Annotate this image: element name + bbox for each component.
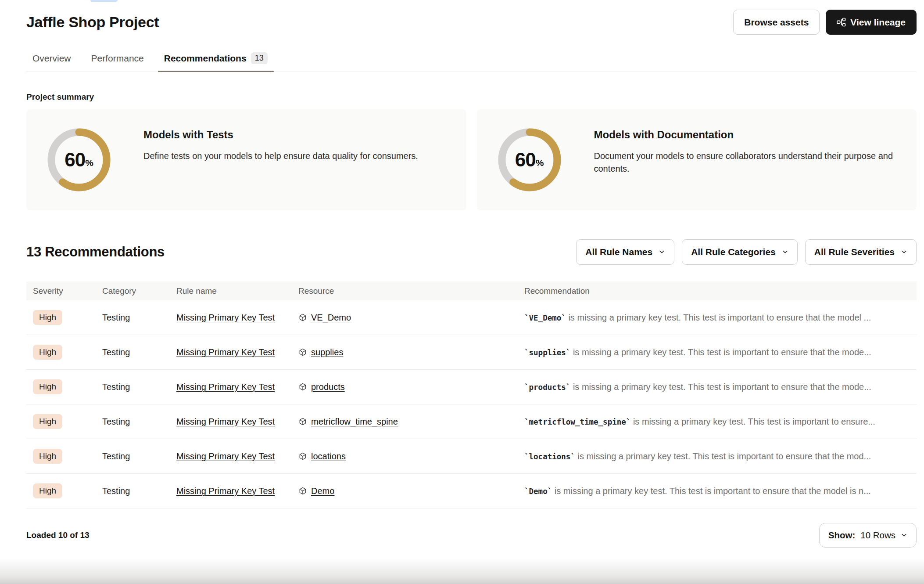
severity-badge: High <box>33 310 62 325</box>
tab-recommendations[interactable]: Recommendations 13 <box>158 52 274 72</box>
recommendation-cell: `supplies` is missing a primary key test… <box>524 347 917 357</box>
models-with-tests-card: 60 % Models with Tests Define tests on y… <box>26 109 466 210</box>
show-label: Show: <box>828 530 856 541</box>
model-cube-icon <box>298 382 307 391</box>
tab-performance[interactable]: Performance <box>85 52 150 72</box>
model-cube-icon <box>298 348 307 357</box>
browse-assets-button[interactable]: Browse assets <box>733 10 820 35</box>
col-resource: Resource <box>298 286 524 296</box>
rule-categories-filter-label: All Rule Categories <box>691 247 776 257</box>
resource-link[interactable]: supplies <box>311 347 343 357</box>
project-summary-label: Project summary <box>26 92 917 102</box>
model-cube-icon <box>298 487 307 495</box>
col-recommendation: Recommendation <box>524 286 917 296</box>
model-cube-icon <box>298 452 307 461</box>
resource-link[interactable]: Demo <box>311 486 334 496</box>
severity-badge: High <box>33 449 62 464</box>
tests-card-title: Models with Tests <box>143 129 418 141</box>
col-category: Category <box>102 286 176 296</box>
resource-link[interactable]: VE_Demo <box>311 313 351 323</box>
chevron-down-icon <box>901 530 907 541</box>
chevron-down-icon <box>659 247 665 257</box>
recommendations-table: Severity Category Rule name Resource Rec… <box>26 281 917 508</box>
rule-severities-filter-label: All Rule Severities <box>814 247 895 257</box>
tab-recommendations-label: Recommendations <box>164 53 247 64</box>
recommendation-cell: `locations` is missing a primary key tes… <box>524 451 917 461</box>
rule-name-link[interactable]: Missing Primary Key Test <box>176 451 275 461</box>
recommendations-header: 13 Recommendations All Rule Names All Ru… <box>26 239 917 265</box>
bottom-scroll-fade <box>0 559 924 584</box>
recommendation-cell: `VE_Demo` is missing a primary key test.… <box>524 313 917 323</box>
lineage-icon <box>837 18 846 27</box>
table-footer: Loaded 10 of 13 Show: 10 Rows <box>26 523 917 548</box>
recommendations-title: 13 Recommendations <box>26 244 165 260</box>
col-severity: Severity <box>33 286 102 296</box>
category-cell: Testing <box>102 486 176 496</box>
table-row: High Testing Missing Primary Key Test me… <box>26 404 917 439</box>
model-cube-icon <box>298 417 307 426</box>
tests-card-content: Models with Tests Define tests on your m… <box>143 109 418 162</box>
tests-card-description: Define tests on your models to help ensu… <box>143 150 418 162</box>
rows-per-page-select[interactable]: Show: 10 Rows <box>819 523 917 548</box>
recommendation-cell: `Demo` is missing a primary key test. Th… <box>524 486 917 496</box>
recommendation-cell: `metricflow_time_spine` is missing a pri… <box>524 417 917 427</box>
tab-overview-label: Overview <box>32 53 71 64</box>
category-cell: Testing <box>102 417 176 427</box>
show-value: 10 Rows <box>860 530 895 541</box>
view-lineage-label: View lineage <box>850 17 906 28</box>
rule-name-link[interactable]: Missing Primary Key Test <box>176 417 275 426</box>
rule-name-link[interactable]: Missing Primary Key Test <box>176 313 275 322</box>
page-header: Jaffle Shop Project Browse assets View l… <box>26 0 917 35</box>
tab-performance-label: Performance <box>91 53 144 64</box>
models-with-docs-card: 60 % Models with Documentation Document … <box>477 109 917 210</box>
severity-badge: High <box>33 345 62 360</box>
severity-badge: High <box>33 379 62 394</box>
resource-link[interactable]: locations <box>311 451 346 461</box>
rule-names-filter-label: All Rule Names <box>585 247 652 257</box>
category-cell: Testing <box>102 451 176 461</box>
model-cube-icon <box>298 313 307 322</box>
docs-percent-value: 60 % <box>497 127 562 193</box>
table-row: High Testing Missing Primary Key Test pr… <box>26 370 917 404</box>
tab-bar: Overview Performance Recommendations 13 <box>26 52 917 72</box>
view-lineage-button[interactable]: View lineage <box>826 10 917 35</box>
summary-cards: 60 % Models with Tests Define tests on y… <box>26 109 917 210</box>
table-row: High Testing Missing Primary Key Test su… <box>26 335 917 370</box>
category-cell: Testing <box>102 382 176 392</box>
tab-overview[interactable]: Overview <box>26 52 77 72</box>
severity-badge: High <box>33 483 62 498</box>
recommendation-cell: `products` is missing a primary key test… <box>524 382 917 392</box>
chevron-down-icon <box>782 247 788 257</box>
rule-name-link[interactable]: Missing Primary Key Test <box>176 382 275 392</box>
col-rule-name: Rule name <box>176 286 298 296</box>
page: Jaffle Shop Project Browse assets View l… <box>0 0 924 548</box>
rule-categories-filter[interactable]: All Rule Categories <box>682 239 798 265</box>
resource-link[interactable]: metricflow_time_spine <box>311 417 398 427</box>
category-cell: Testing <box>102 313 176 323</box>
rule-severities-filter[interactable]: All Rule Severities <box>805 239 917 265</box>
page-title: Jaffle Shop Project <box>26 14 159 31</box>
table-row: High Testing Missing Primary Key Test De… <box>26 474 917 508</box>
severity-badge: High <box>33 414 62 429</box>
resource-link[interactable]: products <box>311 382 345 392</box>
docs-card-title: Models with Documentation <box>594 129 917 141</box>
table-row: High Testing Missing Primary Key Test lo… <box>26 439 917 474</box>
tests-donut-chart: 60 % <box>46 127 112 193</box>
rule-name-link[interactable]: Missing Primary Key Test <box>176 347 275 357</box>
chevron-down-icon <box>901 247 907 257</box>
browse-assets-label: Browse assets <box>744 17 809 28</box>
recommendations-count-badge: 13 <box>251 52 268 64</box>
category-cell: Testing <box>102 347 176 357</box>
rule-names-filter[interactable]: All Rule Names <box>576 239 674 265</box>
docs-card-description: Document your models to ensure collabora… <box>594 150 917 175</box>
header-actions: Browse assets View lineage <box>733 10 917 35</box>
filters: All Rule Names All Rule Categories All R… <box>576 239 917 265</box>
tests-percent-value: 60 % <box>46 127 112 193</box>
table-header-row: Severity Category Rule name Resource Rec… <box>26 281 917 300</box>
rule-name-link[interactable]: Missing Primary Key Test <box>176 486 275 496</box>
docs-donut-chart: 60 % <box>497 127 562 193</box>
docs-card-content: Models with Documentation Document your … <box>594 109 917 175</box>
table-row: High Testing Missing Primary Key Test VE… <box>26 300 917 335</box>
loaded-count: Loaded 10 of 13 <box>26 530 90 540</box>
